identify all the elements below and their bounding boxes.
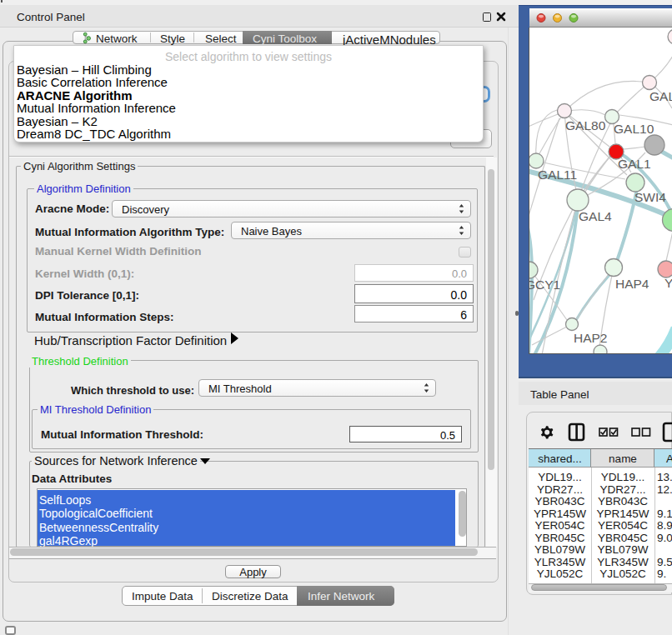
svg-text:GAL7: GAL7 xyxy=(649,89,672,103)
svg-text:GAL10: GAL10 xyxy=(614,122,654,136)
svg-text:GAL4: GAL4 xyxy=(579,209,612,223)
svg-text:HAP4: HAP4 xyxy=(615,277,649,291)
svg-text:Y: Y xyxy=(664,276,672,290)
svg-text:GAL1: GAL1 xyxy=(618,157,651,171)
svg-text:HAP2: HAP2 xyxy=(574,331,608,345)
svg-text:SWI4: SWI4 xyxy=(634,190,666,204)
svg-text:GAL11: GAL11 xyxy=(538,168,577,182)
svg-text:GAL80: GAL80 xyxy=(565,118,606,132)
svg-text:GCY1: GCY1 xyxy=(529,278,560,292)
